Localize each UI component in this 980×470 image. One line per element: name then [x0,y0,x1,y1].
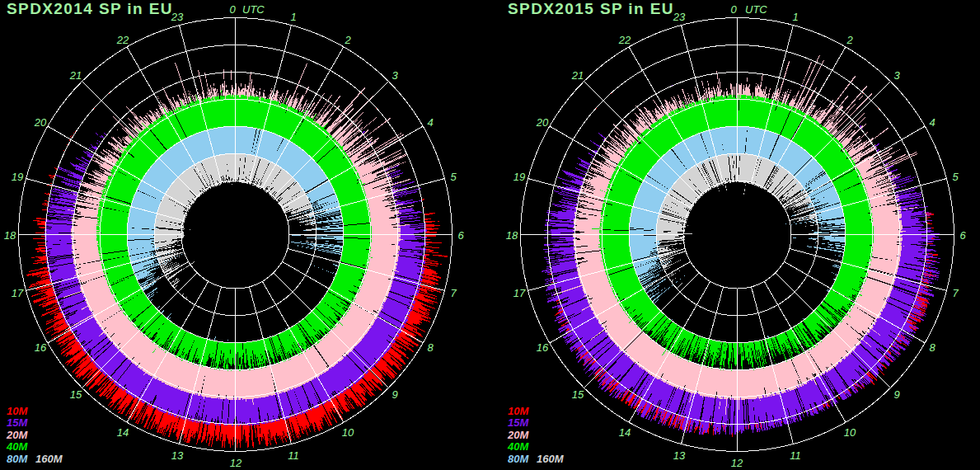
svg-text:18: 18 [4,229,16,242]
svg-text:7: 7 [952,287,959,299]
svg-text:2: 2 [846,34,853,46]
svg-text:15: 15 [70,388,82,401]
svg-text:20M: 20M [6,429,28,441]
svg-text:13: 13 [673,449,686,462]
svg-text:160M: 160M [35,453,63,465]
svg-text:22: 22 [116,34,129,46]
svg-text:10: 10 [844,426,856,439]
svg-text:40M: 40M [6,440,28,453]
svg-text:SPDX2015 SP in EU: SPDX2015 SP in EU [508,0,674,17]
svg-text:1: 1 [792,11,798,23]
svg-text:5: 5 [952,171,959,183]
svg-text:80M: 80M [508,453,529,465]
svg-text:10: 10 [342,426,354,439]
svg-text:6: 6 [959,229,966,242]
svg-text:10M: 10M [7,405,28,417]
svg-text:20: 20 [536,116,549,129]
svg-text:80M: 80M [7,453,28,465]
svg-text:5: 5 [450,171,457,183]
svg-text:17: 17 [12,287,24,299]
svg-text:18: 18 [506,229,518,242]
svg-text:21: 21 [69,69,82,82]
svg-text:2: 2 [344,34,351,46]
svg-text:22: 22 [618,34,631,46]
svg-text:9: 9 [893,388,899,401]
svg-text:9: 9 [392,388,397,401]
svg-text:11: 11 [790,449,801,462]
svg-text:8: 8 [929,341,935,354]
svg-text:3: 3 [893,69,900,82]
svg-text:SPDX2014 SP in EU: SPDX2014 SP in EU [7,0,173,17]
svg-text:15: 15 [572,388,584,401]
svg-text:0: 0 [730,3,737,16]
svg-text:UTC: UTC [242,3,265,16]
svg-text:16: 16 [537,341,549,354]
svg-text:3: 3 [392,69,398,82]
svg-text:UTC: UTC [745,3,767,16]
svg-text:21: 21 [571,69,584,82]
svg-text:15M: 15M [7,416,28,429]
svg-text:10M: 10M [508,405,529,417]
svg-text:4: 4 [427,116,433,129]
svg-text:12: 12 [731,457,743,469]
svg-text:14: 14 [619,426,631,439]
svg-text:13: 13 [171,449,184,462]
svg-text:19: 19 [12,171,23,183]
svg-text:160M: 160M [537,453,565,465]
svg-text:20: 20 [34,116,47,129]
svg-text:17: 17 [513,287,526,299]
svg-text:15M: 15M [508,416,529,429]
svg-text:12: 12 [230,457,242,469]
svg-text:40M: 40M [507,440,529,453]
svg-text:4: 4 [929,116,935,129]
svg-text:19: 19 [513,171,525,183]
svg-text:6: 6 [457,229,464,242]
svg-text:14: 14 [117,426,129,439]
svg-text:1: 1 [290,11,296,23]
svg-text:11: 11 [288,449,299,462]
svg-text:20M: 20M [507,429,529,441]
svg-text:23: 23 [673,11,686,23]
svg-text:7: 7 [450,287,457,299]
svg-text:16: 16 [35,341,47,354]
svg-text:8: 8 [427,341,434,354]
svg-text:0: 0 [229,3,236,16]
